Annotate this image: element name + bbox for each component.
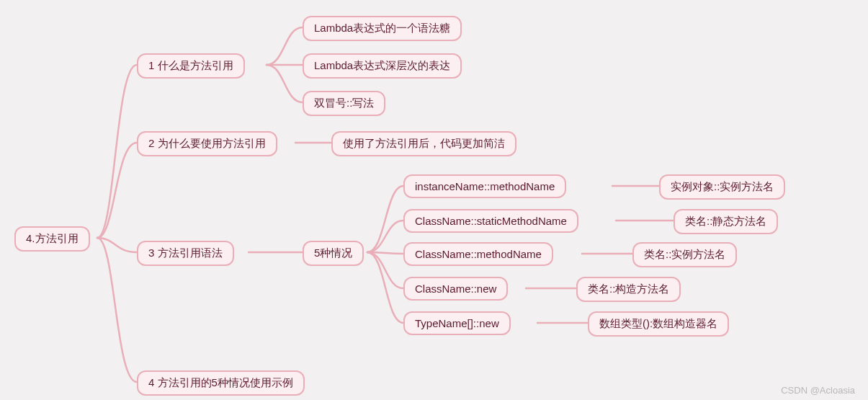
branch-2-child-1[interactable]: 使用了方法引用后，代码更加简洁	[331, 131, 516, 156]
branch-1-child-2[interactable]: Lambda表达式深层次的表达	[303, 53, 462, 79]
case-5[interactable]: TypeName[]::new	[403, 311, 511, 335]
case-5-desc-label: 数组类型():数组构造器名	[599, 317, 717, 329]
case-5-desc[interactable]: 数组类型():数组构造器名	[588, 311, 729, 337]
case-3-desc-label: 类名::实例方法名	[644, 248, 725, 260]
branch-2[interactable]: 2 为什么要使用方法引用	[137, 131, 277, 156]
case-4-desc[interactable]: 类名::构造方法名	[576, 277, 681, 302]
branch-1[interactable]: 1 什么是方法引用	[137, 53, 245, 79]
branch-4[interactable]: 4 方法引用的5种情况使用示例	[137, 370, 305, 396]
case-3[interactable]: ClassName::methodName	[403, 242, 553, 266]
branch-1-child-1[interactable]: Lambda表达式的一个语法糖	[303, 16, 462, 41]
case-2-desc[interactable]: 类名::静态方法名	[674, 209, 778, 234]
branch-3-mid-label: 5种情况	[314, 246, 352, 259]
case-4-label: ClassName::new	[415, 283, 496, 295]
case-5-label: TypeName[]::new	[415, 317, 499, 329]
branch-4-label: 4 方法引用的5种情况使用示例	[148, 376, 293, 388]
case-2-desc-label: 类名::静态方法名	[685, 215, 766, 227]
watermark-text: CSDN @Acloasia	[781, 385, 855, 396]
mindmap-stage: 4.方法引用 1 什么是方法引用 Lambda表达式的一个语法糖 Lambda表…	[0, 0, 868, 400]
case-4[interactable]: ClassName::new	[403, 277, 508, 301]
branch-3[interactable]: 3 方法引用语法	[137, 241, 234, 266]
branch-1-child-3[interactable]: 双冒号::写法	[303, 91, 385, 116]
case-3-label: ClassName::methodName	[415, 248, 542, 260]
case-3-desc[interactable]: 类名::实例方法名	[632, 242, 737, 267]
branch-3-mid[interactable]: 5种情况	[303, 241, 364, 266]
case-2-label: ClassName::staticMethodName	[415, 215, 567, 227]
branch-1-label: 1 什么是方法引用	[148, 59, 233, 71]
root-node[interactable]: 4.方法引用	[14, 226, 90, 252]
branch-3-label: 3 方法引用语法	[148, 246, 223, 259]
case-4-desc-label: 类名::构造方法名	[588, 283, 669, 295]
case-1[interactable]: instanceName::methodName	[403, 174, 566, 198]
case-1-desc-label: 实例对象::实例方法名	[671, 180, 774, 192]
case-1-label: instanceName::methodName	[415, 180, 555, 192]
case-1-desc[interactable]: 实例对象::实例方法名	[659, 174, 785, 200]
branch-1-child-2-label: Lambda表达式深层次的表达	[314, 59, 450, 71]
branch-1-child-3-label: 双冒号::写法	[314, 97, 374, 109]
case-2[interactable]: ClassName::staticMethodName	[403, 209, 578, 233]
branch-1-child-1-label: Lambda表达式的一个语法糖	[314, 22, 450, 34]
branch-2-label: 2 为什么要使用方法引用	[148, 137, 266, 149]
branch-2-child-1-label: 使用了方法引用后，代码更加简洁	[343, 137, 505, 149]
root-label: 4.方法引用	[26, 232, 79, 244]
